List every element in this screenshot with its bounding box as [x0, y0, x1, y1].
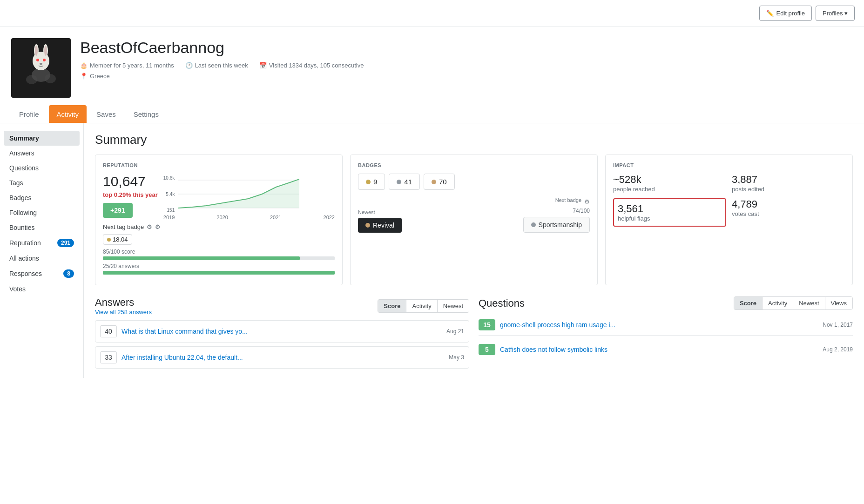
rep-change-button[interactable]: +291 — [103, 203, 133, 218]
tab-saves[interactable]: Saves — [88, 105, 124, 123]
badges-label: BADGES — [358, 162, 590, 168]
helpful-flags-value: 3,561 — [618, 203, 722, 215]
summary-grid: REPUTATION 10,647 top 0.29% this year +2… — [95, 155, 853, 285]
impact-grid: ~528k people reached 3,887 posts edited … — [613, 174, 845, 227]
sidebar-item-badges[interactable]: Badges — [4, 190, 80, 205]
gold-badge-pill: 9 — [358, 174, 385, 190]
sidebar: Summary Answers Questions Tags Badges Fo… — [0, 123, 84, 378]
chart-x-labels: 2019 2020 2021 2022 — [163, 215, 335, 220]
view-all-answers[interactable]: View all 258 answers — [95, 309, 152, 316]
answers-title: Answers View all 258 answers — [95, 296, 152, 316]
svg-point-11 — [40, 63, 42, 65]
answer-date-1: May 3 — [449, 354, 464, 361]
bronze-count: 70 — [439, 178, 447, 186]
questions-header: Questions Score Activity Newest Views — [479, 296, 853, 310]
progress-score-fill — [103, 256, 300, 260]
list-item: 15 gnome-shell process high ram usage i.… — [479, 315, 853, 336]
member-duration: 🎂 Member for 5 years, 11 months — [80, 62, 174, 69]
revival-dot — [365, 223, 370, 228]
pencil-icon: ✏️ — [766, 10, 774, 17]
questions-section: Questions Score Activity Newest Views — [479, 296, 853, 369]
posts-edited-value: 3,887 — [732, 174, 845, 186]
questions-sort-tabs: Score Activity Newest Views — [734, 296, 853, 310]
answers-sort-score[interactable]: Score — [378, 300, 406, 312]
progress-section: 85/100 score 25/20 answers — [103, 249, 335, 275]
gear-icon-badge[interactable]: ⚙ — [584, 198, 590, 205]
profile-header: BeastOfCaerbannog 🎂 Member for 5 years, … — [0, 27, 864, 98]
answers-sort-activity[interactable]: Activity — [406, 300, 437, 312]
top-bar: ✏️ Edit profile Profiles ▾ — [0, 0, 864, 27]
sidebar-item-tags[interactable]: Tags — [4, 175, 80, 190]
question-text-1[interactable]: Catfish does not follow symbolic links — [500, 346, 818, 353]
reputation-card: REPUTATION 10,647 top 0.29% this year +2… — [95, 155, 343, 285]
questions-sort-newest[interactable]: Newest — [793, 297, 825, 309]
answer-text-0[interactable]: What is that Linux command that gives yo… — [122, 328, 442, 335]
reputation-label: REPUTATION — [103, 162, 335, 168]
newest-badge-section: Newest Revival — [358, 209, 402, 233]
questions-sort-score[interactable]: Score — [734, 297, 763, 309]
question-list: 15 gnome-shell process high ram usage i.… — [479, 315, 853, 360]
newest-label: Newest — [358, 209, 402, 215]
calendar-icon: 📅 — [259, 62, 267, 69]
helpful-flags: 3,561 helpful flags — [613, 198, 726, 227]
sidebar-item-bounties[interactable]: Bounties — [4, 220, 80, 235]
question-date-0: Nov 1, 2017 — [823, 322, 853, 328]
impact-card: IMPACT ~528k people reached 3,887 posts … — [605, 155, 853, 285]
silver-count: 41 — [404, 178, 412, 186]
sidebar-item-votes[interactable]: Votes — [4, 282, 80, 296]
edit-profile-button[interactable]: ✏️ Edit profile — [759, 6, 812, 21]
profiles-button[interactable]: Profiles ▾ — [816, 6, 855, 21]
answer-score-0: 40 — [100, 325, 117, 337]
meta-row: 🎂 Member for 5 years, 11 months 🕐 Last s… — [80, 62, 853, 69]
sidebar-item-reputation[interactable]: Reputation 291 — [4, 235, 80, 251]
sidebar-item-responses[interactable]: Responses 8 — [4, 266, 80, 282]
last-seen: 🕐 Last seen this week — [185, 62, 248, 69]
answer-list: 40 What is that Linux command that gives… — [95, 320, 469, 369]
revival-badge[interactable]: Revival — [358, 218, 402, 233]
svg-marker-15 — [178, 179, 299, 208]
posts-edited-label: posts edited — [732, 186, 845, 193]
bronze-badge-pill: 70 — [424, 174, 455, 190]
helpful-flags-label: helpful flags — [618, 215, 722, 222]
questions-sort-views[interactable]: Views — [825, 297, 852, 309]
next-badge-score: 74/100 — [523, 208, 590, 214]
gear-icon-2[interactable]: ⚙ — [155, 223, 161, 230]
location-row: 📍 Greece — [80, 73, 853, 80]
tab-activity[interactable]: Activity — [49, 105, 87, 123]
question-score-0: 15 — [479, 319, 495, 330]
impact-label: IMPACT — [613, 162, 845, 168]
sidebar-item-all-actions[interactable]: All actions — [4, 251, 80, 266]
main-content: Summary REPUTATION 10,647 top 0.29% this… — [84, 123, 864, 378]
sidebar-item-answers[interactable]: Answers — [4, 146, 80, 161]
answers-questions-section: Answers View all 258 answers Score Activ… — [95, 296, 853, 369]
svg-point-3 — [45, 74, 56, 83]
question-text-0[interactable]: gnome-shell process high ram usage i... — [500, 321, 818, 329]
answers-sort-newest[interactable]: Newest — [438, 300, 469, 312]
sidebar-item-summary[interactable]: Summary — [4, 131, 80, 146]
question-date-1: Aug 2, 2019 — [823, 346, 853, 353]
sportsmanship-badge[interactable]: Sportsmanship — [523, 217, 590, 233]
people-reached-label: people reached — [613, 186, 726, 193]
reputation-chart — [178, 175, 299, 213]
questions-sort-activity[interactable]: Activity — [763, 297, 793, 309]
gear-icon-1[interactable]: ⚙ — [147, 223, 152, 230]
gold-dot — [366, 180, 371, 184]
rep-top-text: top 0.29% this year — [103, 191, 158, 198]
tab-profile[interactable]: Profile — [11, 105, 47, 123]
nav-tabs: Profile Activity Saves Settings — [0, 98, 864, 123]
answers-sort-tabs: Score Activity Newest — [378, 299, 469, 313]
bronze-dot — [432, 180, 436, 184]
answer-text-1[interactable]: After installing Ubuntu 22.04, the defau… — [122, 354, 444, 361]
posts-edited: 3,887 posts edited — [732, 174, 845, 193]
tag-dot — [107, 238, 111, 242]
tab-settings[interactable]: Settings — [126, 105, 167, 123]
visited: 📅 Visited 1334 days, 105 consecutive — [259, 62, 364, 69]
summary-title: Summary — [95, 133, 853, 147]
tag-score: 18.04 — [103, 234, 132, 245]
questions-title: Questions — [479, 297, 525, 309]
table-row: 40 What is that Linux command that gives… — [95, 320, 469, 343]
sportsmanship-dot — [531, 222, 536, 227]
progress-answers-label: 25/20 answers — [103, 263, 335, 269]
sidebar-item-following[interactable]: Following — [4, 205, 80, 220]
sidebar-item-questions[interactable]: Questions — [4, 161, 80, 175]
